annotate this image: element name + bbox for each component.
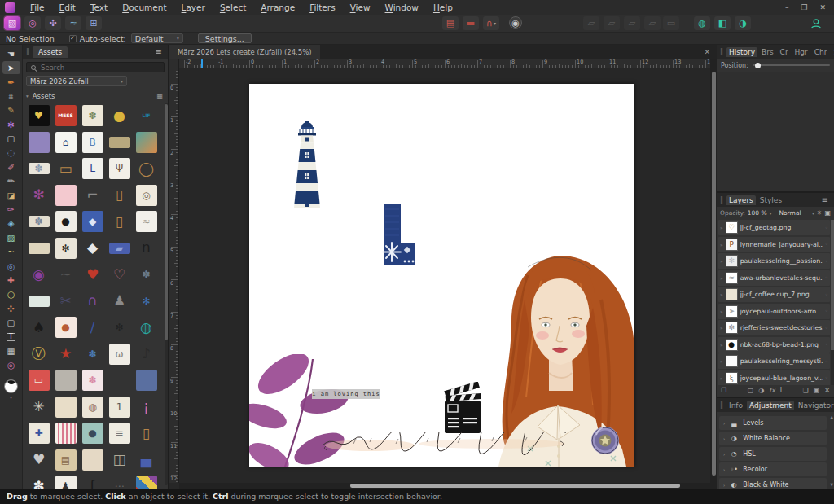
asset-chess-piece[interactable]: ♠ xyxy=(29,317,50,338)
assets-category-dropdown[interactable]: März 2026 Zufall ▾ xyxy=(26,76,127,86)
layer-edit-indicator-icon[interactable]: ◦ xyxy=(825,358,828,365)
asset-v-monogram-badge[interactable]: Ⓥ xyxy=(29,344,50,365)
asset-white-owl-sticker[interactable]: ◆ xyxy=(82,238,103,259)
text-styles-button[interactable]: Ι xyxy=(780,388,782,394)
zoom-tool[interactable]: ◎ xyxy=(2,359,20,372)
asset-pink-stripe-card[interactable] xyxy=(55,423,77,444)
expand-chevron-icon[interactable]: » xyxy=(720,225,723,230)
crop-tool[interactable]: ⌗ xyxy=(2,90,20,103)
layer-row[interactable]: »✻rjefferies-sweetdecstories...◦ xyxy=(718,320,830,335)
slider-knob[interactable] xyxy=(755,63,761,68)
tab-layers[interactable]: Layers xyxy=(726,195,756,205)
scroll-up-icon[interactable]: ▲ xyxy=(830,414,833,419)
tab-history[interactable]: History xyxy=(726,47,757,57)
asset-framed-figure[interactable]: ♟ xyxy=(55,476,77,489)
asset-beige-card[interactable] xyxy=(82,449,103,471)
flood-select-tool[interactable]: ✻ xyxy=(2,118,20,131)
layer-row[interactable]: »Plynnemarie_janyouary-al...◦ xyxy=(718,237,830,252)
scroll-down-icon[interactable]: ▼ xyxy=(830,482,833,487)
boolean-subtract-button[interactable]: ◧ xyxy=(714,16,731,30)
paint-brush-tool[interactable]: ✐ xyxy=(2,160,20,173)
adjustment-black-white[interactable]: ›◐Black & White xyxy=(719,478,827,489)
marquee-select-tool[interactable]: ▢ xyxy=(2,132,20,145)
layer-edit-indicator-icon[interactable]: ◦ xyxy=(825,225,828,231)
asset-purple-fabric-square[interactable] xyxy=(29,132,50,153)
asset-blue-pattern-tape[interactable]: ▰ xyxy=(109,243,130,254)
search-input[interactable] xyxy=(39,63,153,72)
asset-gold-frame-3[interactable]: ▯ xyxy=(136,423,157,444)
canvas-horizontal-scrollbar[interactable] xyxy=(179,483,710,489)
panel-grip-icon[interactable]: ‖ xyxy=(718,401,725,409)
export-persona-button[interactable]: ⊞ xyxy=(86,16,102,30)
layer-row[interactable]: »●nbk-ac68-bp-bead-1.png◦ xyxy=(718,337,830,353)
layer-row[interactable]: »jj-cf_coffee cup_7.png◦ xyxy=(718,287,830,302)
asset-blue-blossoms[interactable]: ✽ xyxy=(82,344,103,365)
link-layers-button[interactable]: ❐ xyxy=(721,388,726,394)
close-document-icon[interactable]: ✕ xyxy=(697,48,717,56)
asset-owl-sticker[interactable]: ◎ xyxy=(136,185,157,206)
menu-edit[interactable]: Edit xyxy=(52,2,83,12)
close-button[interactable]: ✕ xyxy=(819,3,826,11)
layer-row[interactable]: »paulakesselring_messysti...◦ xyxy=(718,353,830,369)
asset-script-paper[interactable]: ≈ xyxy=(136,211,157,232)
panel-menu-icon[interactable]: ≡ xyxy=(151,47,166,56)
expand-chevron-icon[interactable]: » xyxy=(720,342,723,348)
asset-red-star[interactable]: ★ xyxy=(55,344,77,365)
menu-arrange[interactable]: Arrange xyxy=(253,2,302,12)
asset-purple-sprigs[interactable]: ✻ xyxy=(29,185,50,206)
asset-globe-ornament[interactable]: ◍ xyxy=(82,397,103,418)
boolean-add-button[interactable]: ◍ xyxy=(694,16,710,30)
layer-edit-indicator-icon[interactable]: ◦ xyxy=(825,375,828,381)
panel-menu-icon[interactable]: ≡ xyxy=(818,195,832,204)
asset-floral-plate[interactable]: ✽ xyxy=(82,370,103,391)
group-layers-button[interactable]: ❏ xyxy=(803,388,809,394)
asset-mess-word-label[interactable]: MESS xyxy=(55,105,77,126)
document-tab[interactable]: März 2026 Lets create (Zufall) (24.5%) xyxy=(169,45,320,59)
asset-purple-arc[interactable]: ∩ xyxy=(82,291,103,312)
asset-faint-sprig[interactable]: ✽ xyxy=(136,264,157,285)
menu-text[interactable]: Text xyxy=(83,2,115,12)
boolean-intersect-button[interactable]: ◑ xyxy=(735,16,751,30)
asset-ink-splat[interactable]: ✻ xyxy=(109,317,130,338)
gear-icon[interactable]: ✳ xyxy=(817,209,823,217)
adjustment-recolor[interactable]: ›◦•Recolor xyxy=(719,462,827,476)
auto-select-preset-dropdown[interactable]: Default ▾ xyxy=(131,33,183,43)
asset-pink-pin[interactable]: ¡ xyxy=(136,397,157,418)
menu-layer[interactable]: Layer xyxy=(174,2,213,12)
adjustment-white-balance[interactable]: ›◑White Balance xyxy=(719,432,827,445)
view-tool[interactable]: ☚ xyxy=(2,47,20,60)
asset-metal-corner-frame[interactable]: ⌐ xyxy=(82,185,103,206)
layer-row[interactable]: »≈awa-urbanlovetales-sequ...◦ xyxy=(718,270,830,286)
snapping-presets-button[interactable]: ▤ xyxy=(442,16,459,30)
asset-botanical-card[interactable]: ✽ xyxy=(82,105,103,126)
delete-layer-button[interactable]: ✕ xyxy=(824,388,830,394)
liquify-persona-button[interactable]: ◎ xyxy=(24,16,41,30)
asset-teal-ring[interactable]: ◍ xyxy=(136,317,157,338)
gradient-tool[interactable]: ▨ xyxy=(2,231,20,244)
asset-dark-letter[interactable]: n xyxy=(136,238,157,259)
layer-row[interactable]: »✻paulakesselring__passion...◦ xyxy=(718,253,830,269)
color-picker-tool[interactable]: ✒ xyxy=(2,76,20,89)
lighthouse-artwork[interactable] xyxy=(291,120,323,213)
asset-sketched-heart[interactable]: ♡ xyxy=(109,264,130,285)
app-logo-icon[interactable] xyxy=(5,2,15,13)
asset-ink-wisp[interactable]: ~ xyxy=(55,264,77,285)
asset-letter-l-sticker[interactable]: L xyxy=(82,158,103,179)
asset-gold-button[interactable]: ● xyxy=(109,105,130,126)
asset-floral-tape[interactable]: ✽ xyxy=(29,163,50,174)
layers-scrollbar[interactable] xyxy=(831,220,834,385)
assets-section-header[interactable]: ▾ Assets ▦ xyxy=(26,90,166,101)
layer-edit-indicator-icon[interactable]: ◦ xyxy=(825,308,828,314)
tab-cr[interactable]: Cr xyxy=(778,47,791,57)
asset-blue-splatter[interactable]: ✻ xyxy=(136,291,157,312)
insert-layer-button[interactable]: ▣ xyxy=(814,388,820,394)
mask-layer-button[interactable]: ▢ xyxy=(748,388,754,394)
layer-edit-indicator-icon[interactable]: ◦ xyxy=(825,258,828,265)
assets-search-box[interactable] xyxy=(26,62,165,72)
lock-icon[interactable]: ▣ xyxy=(824,209,831,217)
asset-blue-stamp[interactable]: ✚ xyxy=(29,423,50,444)
asset-seagull-sticker[interactable]: ω xyxy=(109,344,130,365)
auto-select-checkbox[interactable]: ✓ xyxy=(69,35,77,42)
tab-chr[interactable]: Chr xyxy=(812,47,830,57)
smudge-tool[interactable]: ~ xyxy=(2,245,20,258)
